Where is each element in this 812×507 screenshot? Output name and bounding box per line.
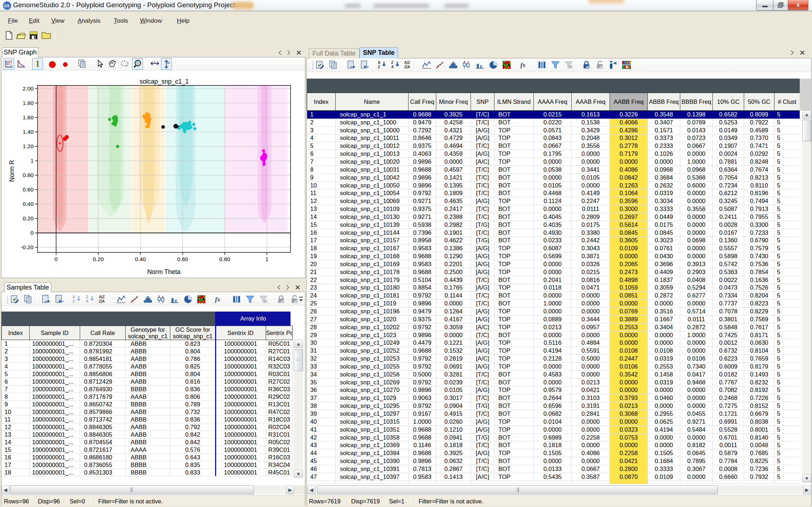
svg-text:1.20: 1.20 [23, 143, 34, 149]
svg-text:1.80: 1.80 [23, 100, 34, 106]
svg-text:fx: fx [520, 62, 526, 69]
svg-text:A: A [391, 65, 394, 69]
svg-text:0.40: 0.40 [135, 256, 146, 262]
svg-text:Norm Theta: Norm Theta [147, 268, 180, 275]
svg-text:0.80: 0.80 [219, 256, 231, 262]
svg-text:fx: fx [215, 296, 221, 303]
svg-text:Z: Z [86, 295, 88, 299]
svg-text:solcap_snp_c1_1: solcap_snp_c1_1 [140, 78, 189, 85]
svg-text:0.40: 0.40 [23, 201, 34, 207]
svg-text:0: 0 [54, 256, 58, 262]
svg-text:x: x [154, 60, 155, 63]
svg-text:0.80: 0.80 [23, 172, 34, 178]
svg-text:0.20: 0.20 [93, 256, 104, 262]
svg-text:1: 1 [30, 158, 34, 164]
svg-text:Z: Z [391, 61, 393, 65]
svg-text:1.60: 1.60 [23, 114, 34, 120]
svg-text:A: A [73, 295, 75, 299]
svg-text:1.40: 1.40 [23, 129, 34, 135]
svg-text:A|Z: A|Z [99, 295, 105, 299]
svg-text:1: 1 [265, 256, 269, 262]
svg-text:Norm R: Norm R [8, 160, 16, 182]
svg-text:2.00: 2.00 [23, 85, 34, 92]
svg-text:0.60: 0.60 [23, 186, 34, 193]
svg-text:0.20: 0.20 [23, 215, 34, 221]
svg-text:A: A [86, 299, 88, 303]
svg-text:0: 0 [30, 230, 34, 236]
svg-text:-0.20: -0.20 [21, 244, 34, 250]
svg-text:Z|A: Z|A [99, 299, 105, 303]
svg-text:A: A [378, 61, 380, 65]
svg-text:0.60: 0.60 [177, 256, 188, 262]
svg-text:M: M [167, 61, 170, 65]
svg-text:Z|A: Z|A [404, 65, 410, 69]
svg-text:Z: Z [378, 65, 380, 69]
svg-text:Z: Z [73, 299, 75, 303]
svg-text:GS: GS [4, 4, 10, 8]
svg-text:A|Z: A|Z [404, 61, 410, 65]
